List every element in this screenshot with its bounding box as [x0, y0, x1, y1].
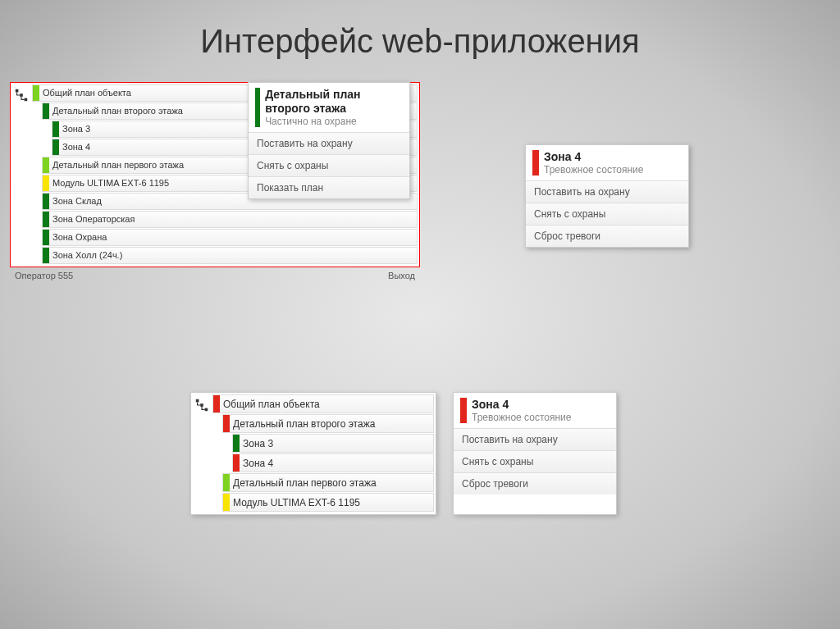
tree-row[interactable]: Зона 4 [232, 454, 434, 472]
tree-row-label: Детальный план второго этажа [230, 419, 375, 429]
tree-row-label: Детальный план второго этажа [49, 107, 183, 116]
tree-row-label: Зона 4 [59, 143, 90, 152]
tree-toggle-icon[interactable] [193, 394, 212, 513]
card-action[interactable]: Сброс тревоги [526, 225, 688, 247]
svg-rect-3 [196, 399, 199, 403]
tree-row[interactable]: Зона Холл (24ч.) [42, 247, 418, 264]
tree-container: Общий план объектаДетальный план второго… [190, 392, 436, 515]
tree-row-label: Детальный план первого этажа [49, 161, 184, 170]
panel-tree-card-1: Общий план объектаДетальный план второго… [10, 82, 420, 280]
status-bar-icon [43, 103, 49, 119]
tree-row[interactable]: Зона Операторская [42, 211, 418, 228]
card-actions: Поставить на охрануСнять с охраныСброс т… [454, 428, 616, 495]
status-bar-icon [43, 212, 49, 227]
tree-row-label: Детальный план первого этажа [230, 478, 377, 488]
status-bar-icon [460, 398, 467, 423]
tree-row-label: Зона Холл (24ч.) [49, 251, 122, 260]
card-actions: Поставить на охрануСнять с охраныПоказат… [249, 132, 409, 198]
tree-row[interactable]: Модуль ULTIMA EXT-6 1195 [222, 493, 434, 512]
status-bar-icon [255, 88, 260, 127]
status-bar-icon [52, 139, 59, 155]
hierarchy-icon [14, 88, 29, 103]
card-header: Зона 4 Тревожное состояние [526, 145, 688, 180]
status-bar-icon [52, 121, 59, 137]
card-subtitle: Тревожное состояние [472, 412, 571, 423]
svg-rect-1 [20, 93, 23, 97]
slide-title: Интерфейс web-приложения [0, 0, 840, 73]
tree-row-label: Зона 4 [240, 458, 273, 468]
status-bar-icon [233, 454, 240, 472]
tree-row[interactable]: Зона 3 [232, 434, 434, 453]
card-subtitle: Частично на охране [265, 116, 403, 127]
status-bar-icon [43, 230, 49, 245]
card-action[interactable]: Поставить на охрану [526, 180, 688, 203]
tree-row-label: Зона 3 [240, 439, 273, 449]
tree-row[interactable]: Зона Охрана [42, 229, 418, 246]
status-bar-icon [532, 150, 539, 175]
status-bar-icon [223, 474, 230, 491]
tree-row-label: Зона Охрана [49, 233, 107, 242]
alarm-card-bottom: Зона 4 Тревожное состояние Поставить на … [453, 392, 617, 515]
status-bar-icon [233, 435, 240, 452]
card-action[interactable]: Поставить на охрану [249, 132, 409, 154]
panel-footer: Оператор 555 Выход [10, 267, 420, 280]
card-title: Зона 4 [544, 150, 643, 164]
status-bar-icon [33, 85, 39, 101]
card-action[interactable]: Показать план [249, 176, 409, 198]
tree-row[interactable]: Детальный план второго этажа [222, 414, 434, 433]
svg-rect-0 [16, 89, 19, 93]
card-actions: Поставить на охрануСнять с охраныСброс т… [526, 180, 688, 247]
exit-link[interactable]: Выход [388, 271, 415, 280]
status-bar-icon [43, 175, 49, 191]
tree-row-label: Модуль ULTIMA EXT-6 1195 [230, 498, 360, 508]
card-action[interactable]: Снять с охраны [526, 203, 688, 225]
card-action[interactable]: Сброс тревоги [454, 472, 616, 495]
card-header: Зона 4 Тревожное состояние [454, 393, 616, 428]
status-bar-icon [43, 157, 49, 173]
tree-row-label: Общий план объекта [220, 399, 320, 409]
operator-label: Оператор 555 [15, 271, 73, 280]
object-tree: Общий план объектаДетальный план второго… [212, 394, 434, 513]
card-header: Детальный план второго этажа Частично на… [249, 83, 409, 132]
status-bar-icon [43, 194, 49, 209]
card-title: Детальный план второго этажа [265, 88, 403, 116]
card-action[interactable]: Снять с охраны [249, 154, 409, 176]
svg-rect-4 [200, 403, 203, 407]
tree-toggle-icon[interactable] [12, 84, 32, 265]
svg-rect-2 [25, 98, 28, 102]
card-action[interactable]: Снять с охраны [454, 450, 616, 472]
alarm-card-top: Зона 4 Тревожное состояние Поставить на … [525, 144, 689, 248]
tree-row-label: Модуль ULTIMA EXT-6 1195 [49, 179, 169, 188]
card-subtitle: Тревожное состояние [544, 164, 643, 175]
tree-row-label: Зона Операторская [49, 215, 135, 224]
status-bar-icon [223, 494, 230, 511]
svg-rect-5 [205, 408, 208, 412]
tree-row-label: Зона 3 [59, 125, 90, 134]
hierarchy-icon [194, 398, 209, 412]
tree-row-label: Зона Склад [49, 197, 102, 206]
status-bar-icon [223, 415, 230, 432]
panel-tree-card-2: Общий план объектаДетальный план второго… [190, 392, 633, 515]
tree-row[interactable]: Детальный план первого этажа [222, 473, 434, 492]
tree-row-label: Общий план объекта [39, 89, 131, 98]
tree-row[interactable]: Общий план объекта [212, 394, 434, 413]
card-action[interactable]: Поставить на охрану [454, 428, 616, 450]
card-title: Зона 4 [472, 398, 571, 412]
detail-card-1: Детальный план второго этажа Частично на… [248, 82, 410, 199]
status-bar-icon [43, 248, 49, 263]
status-bar-icon [213, 395, 220, 412]
